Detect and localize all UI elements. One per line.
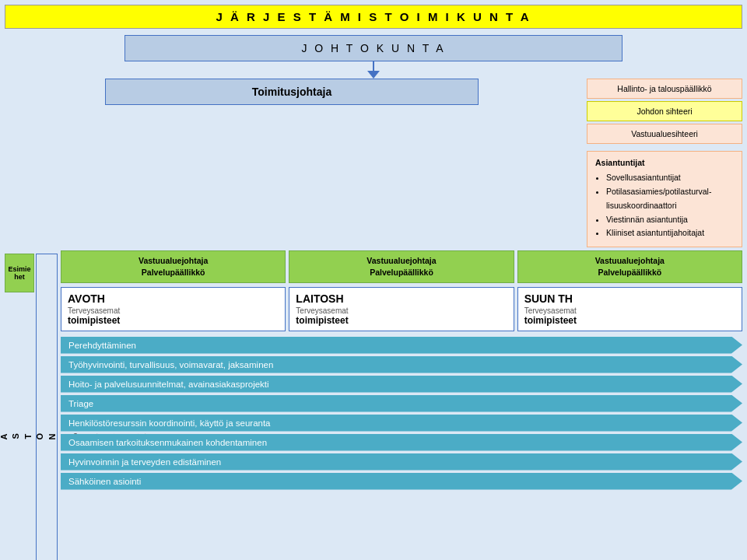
vastuualue-box-3: VastuualuejohtajaPalvelupäällikkö: [517, 250, 742, 282]
laitosh-col: LAITOSH Terveysasemat toimipisteet: [289, 287, 514, 331]
arrow-row-6: Hyvinvoinnin ja terveyden edistäminen: [61, 453, 742, 471]
asiantuntija-item: Viestinnän asiantuntija: [606, 213, 734, 227]
vastuualue-box-1: VastuualuejohtajaPalvelupäällikkö: [61, 250, 286, 282]
suun-th-col: SUUN TH Terveysasemat toimipisteet: [517, 287, 742, 331]
arrow-row-7: Sähköinen asiointi: [61, 473, 742, 490]
asiantuntijat-box: Asiantuntijat Sovellusasiantuntijat Poti…: [587, 151, 742, 247]
esimiehet-box: Esimiehet: [5, 254, 34, 292]
top-banner: J Ä R J E S T Ä M I S T O I M I K U N T …: [5, 5, 742, 29]
johtokunta-box: J O H T O K U N T A: [124, 35, 622, 61]
arrow-row-1: Työhyvinvointi, turvallisuus, voimavarat…: [61, 356, 742, 373]
avoth-col: AVOTH Terveysasemat toimipisteet: [61, 287, 286, 331]
vastuualue-row: VastuualuejohtajaPalvelupäällikkö Vastuu…: [61, 250, 742, 282]
asiantuntijat-list: Sovellusasiantuntijat Potilasasiamies/po…: [595, 171, 734, 240]
arrow-row-5: Osaamisen tarkoituksenmukainen kohdentam…: [61, 434, 742, 451]
arrow-row-3: Triage: [61, 395, 742, 412]
vastuualue-box-2: VastuualuejohtajaPalvelupäällikkö: [289, 250, 514, 282]
vastuualuesihteeri-box: Vastuualuesihteeri: [587, 124, 742, 144]
asiantuntija-item: Potilasasiamies/potilasturval-lisuuskoor…: [606, 185, 734, 213]
arrow-rows: Perehdyttäminen Työhyvinvointi, turvalli…: [61, 337, 742, 490]
arrow-row-4: Henkilöstöresurssin koordinointi, käyttö…: [61, 415, 742, 432]
asiantuntija-item: Sovellusasiantuntijat: [606, 171, 734, 185]
ayl-box: AYLOSASTONHOITAJAT: [36, 254, 58, 560]
asiantuntija-item: Kliiniset asiantuntijahoitajat: [606, 226, 734, 240]
johdon-sihteeri-box: Johdon sihteeri: [587, 101, 742, 121]
right-panel-top: Hallinto- ja talouspäällikkö Johdon siht…: [587, 79, 742, 247]
arrow-row-0: Perehdyttäminen: [61, 337, 742, 354]
three-cols: AVOTH Terveysasemat toimipisteet LAITOSH…: [61, 287, 742, 331]
hallinto-box: Hallinto- ja talouspäällikkö: [587, 79, 742, 99]
toimitusjohtaja-box: Toimitusjohtaja: [105, 79, 479, 105]
arrow-row-2: Hoito- ja palvelusuunnitelmat, avainasia…: [61, 376, 742, 393]
